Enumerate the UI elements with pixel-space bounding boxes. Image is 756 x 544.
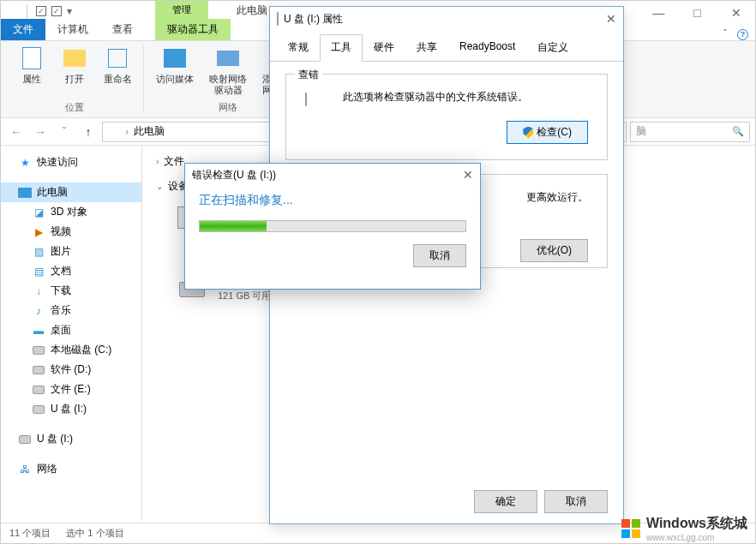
nav-label: 视频: [51, 224, 71, 239]
up-button[interactable]: ↑: [78, 122, 99, 142]
chevron-right-icon: ›: [156, 157, 159, 166]
history-dropdown[interactable]: ˇ: [54, 122, 75, 142]
check-description: 此选项将检查驱动器中的文件系统错误。: [343, 90, 528, 105]
check-groupbox: 查错 此选项将检查驱动器中的文件系统错误。 检查(C): [285, 74, 608, 160]
tab-view[interactable]: 查看: [100, 19, 145, 40]
search-box[interactable]: 脑 🔍: [630, 122, 750, 142]
tab-tools[interactable]: 工具: [320, 34, 363, 62]
scan-titlebar: 错误检查(U 盘 (I:)) ✕: [185, 164, 480, 186]
properties-footer: 确定 取消: [474, 490, 608, 513]
qat-checkbox-2[interactable]: ✓: [51, 6, 62, 16]
nav-desktop[interactable]: ▬桌面: [1, 320, 141, 340]
nav-label: 快速访问: [37, 155, 78, 170]
computer-icon: [18, 186, 32, 200]
quick-access-toolbar: ✓ ✓ ▾: [1, 4, 72, 18]
ok-button[interactable]: 确定: [474, 490, 537, 513]
nav-3d-objects[interactable]: ◪3D 对象: [1, 202, 141, 222]
help-icon[interactable]: ?: [737, 29, 748, 40]
drive-icon: [277, 13, 279, 25]
nav-disk-d[interactable]: 软件 (D:): [1, 360, 141, 380]
forward-button[interactable]: →: [30, 122, 51, 142]
scan-close-button[interactable]: ✕: [463, 168, 473, 182]
ribbon-properties[interactable]: 属性: [13, 45, 51, 99]
tab-custom[interactable]: 自定义: [526, 34, 579, 61]
nav-label: 文档: [51, 264, 71, 278]
nav-label: U 盘 (I:): [37, 432, 73, 446]
tab-hardware[interactable]: 硬件: [363, 34, 405, 61]
button-label: 检查(C): [537, 125, 572, 140]
ribbon-group-location: 属性 打开 重命名 位置: [6, 45, 144, 114]
ribbon-label: 映射网络 驱动器: [209, 74, 247, 96]
drive-icon: [32, 403, 45, 416]
drive-icon: [32, 363, 45, 377]
properties-close-button[interactable]: ✕: [606, 12, 616, 26]
drive-icon: [32, 344, 45, 357]
tab-general[interactable]: 常规: [277, 34, 320, 61]
ribbon-group-label: 网络: [219, 101, 237, 114]
nav-quick-access[interactable]: ★快速访问: [1, 152, 141, 172]
open-icon: [61, 45, 88, 72]
properties-titlebar: U 盘 (I:) 属性 ✕: [270, 7, 623, 31]
ribbon-rename[interactable]: 重命名: [99, 45, 136, 99]
check-group-title: 查错: [295, 68, 322, 82]
nav-network[interactable]: 🖧网络: [1, 459, 141, 479]
nav-disk-i[interactable]: U 盘 (I:): [1, 399, 141, 419]
ribbon-map-network[interactable]: 映射网络 驱动器: [204, 45, 252, 99]
scan-dialog: 错误检查(U 盘 (I:)) ✕ 正在扫描和修复... 取消: [184, 163, 481, 290]
back-button[interactable]: ←: [6, 122, 27, 142]
picture-icon: ▨: [32, 245, 45, 259]
nav-documents[interactable]: ▤文档: [1, 261, 141, 281]
search-placeholder: 脑: [636, 124, 646, 139]
ribbon-help-area: ˇ ?: [723, 28, 748, 40]
optimize-button[interactable]: 优化(O): [520, 239, 588, 262]
scan-cancel-button[interactable]: 取消: [413, 244, 466, 267]
nav-label: 网络: [37, 462, 57, 476]
ribbon-label: 重命名: [104, 74, 132, 85]
drive-icon: [32, 383, 45, 397]
check-button[interactable]: 检查(C): [507, 121, 588, 144]
nav-downloads[interactable]: ↓下载: [1, 281, 141, 301]
qat-checkbox-1[interactable]: ✓: [36, 6, 46, 16]
document-icon: ▤: [32, 265, 45, 278]
download-icon: ↓: [32, 284, 45, 298]
ribbon-open[interactable]: 打开: [56, 45, 93, 99]
nav-label: 本地磁盘 (C:): [51, 343, 111, 357]
watermark: Windows系统城 www.wxcLgg.com: [621, 515, 747, 542]
nav-disk-e[interactable]: 文件 (E:): [1, 380, 141, 399]
status-selection: 选中 1 个项目: [66, 527, 123, 540]
cube-icon: ◪: [32, 206, 45, 219]
nav-label: U 盘 (I:): [51, 402, 87, 416]
navigation-pane: ★快速访问 此电脑 ◪3D 对象 ▶视频 ▨图片 ▤文档 ↓下载 ♪音乐 ▬桌面…: [1, 146, 142, 521]
qat-dropdown-icon[interactable]: ▾: [67, 5, 72, 17]
progressbar-fill: [200, 221, 267, 231]
tab-sharing[interactable]: 共享: [405, 34, 448, 61]
video-icon: ▶: [32, 225, 45, 239]
nav-videos[interactable]: ▶视频: [1, 222, 141, 242]
ribbon-collapse-icon[interactable]: ˇ: [723, 28, 727, 40]
nav-label: 3D 对象: [51, 205, 87, 219]
tab-readyboost[interactable]: ReadyBoost: [448, 34, 526, 61]
media-icon: [161, 45, 189, 72]
tab-drive-tools[interactable]: 驱动器工具: [155, 19, 231, 40]
ribbon-label: 访问媒体: [156, 74, 194, 85]
path-segment[interactable]: 此电脑: [134, 124, 165, 139]
nav-this-pc[interactable]: 此电脑: [1, 182, 141, 202]
nav-disk-c[interactable]: 本地磁盘 (C:): [1, 340, 141, 360]
windows-logo-icon: [621, 518, 641, 539]
nav-disk-i-root[interactable]: U 盘 (I:): [1, 429, 141, 449]
drive-icon: [305, 93, 333, 112]
window-title: 此电脑: [237, 3, 267, 18]
cancel-button[interactable]: 取消: [544, 490, 608, 513]
scan-status: 正在扫描和修复...: [199, 193, 466, 208]
properties-title: U 盘 (I:) 属性: [284, 12, 343, 27]
path-separator-icon: ›: [123, 126, 130, 138]
nav-pictures[interactable]: ▨图片: [1, 242, 141, 261]
file-tab[interactable]: 文件: [1, 19, 45, 40]
tab-computer[interactable]: 计算机: [45, 19, 100, 40]
section-title: 文件: [164, 154, 184, 169]
watermark-url: www.wxcLgg.com: [646, 533, 747, 542]
nav-music[interactable]: ♪音乐: [1, 301, 141, 320]
star-icon: ★: [18, 156, 32, 170]
ribbon-access-media[interactable]: 访问媒体: [151, 45, 199, 99]
nav-label: 桌面: [51, 323, 71, 338]
